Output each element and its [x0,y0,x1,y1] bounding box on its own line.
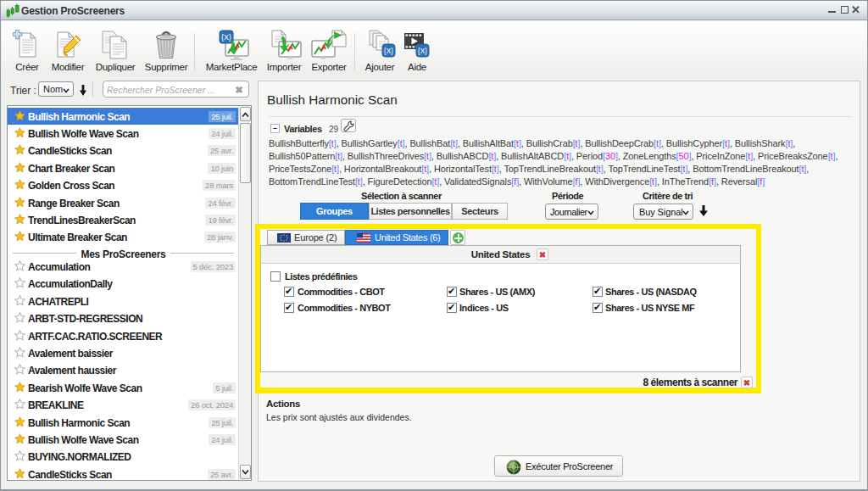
svg-text:{X}: {X} [384,47,394,55]
svg-text:{X}: {X} [221,33,231,42]
svg-text:{X}: {X} [418,47,428,55]
